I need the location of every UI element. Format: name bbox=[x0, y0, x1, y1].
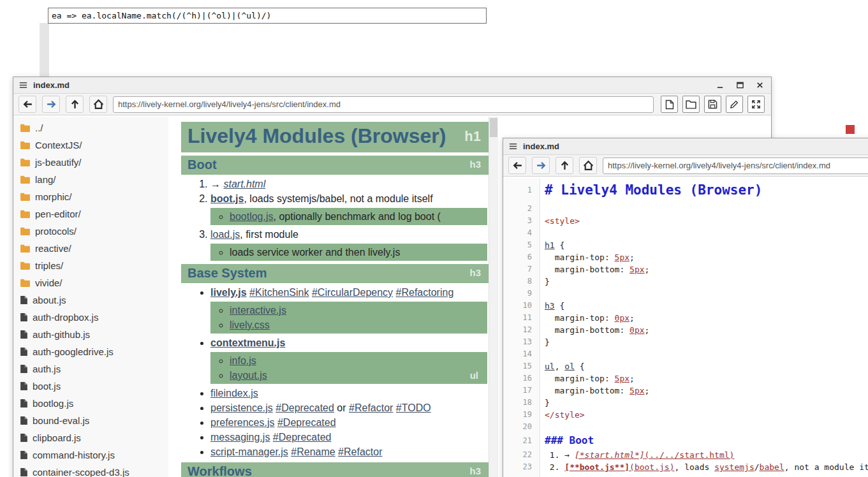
code-line[interactable]: 15ul, ol { bbox=[503, 360, 868, 372]
doc-link[interactable]: bootlog.js bbox=[230, 211, 274, 222]
code-line[interactable]: 1# Lively4 Modules (Browser) bbox=[503, 179, 868, 203]
doc-link[interactable]: #Refactor bbox=[338, 446, 382, 457]
doc-link[interactable]: boot.js bbox=[210, 193, 244, 204]
menu-icon[interactable] bbox=[18, 80, 28, 90]
minimize-button[interactable] bbox=[714, 80, 726, 91]
doc-link[interactable]: #TODO bbox=[396, 402, 431, 413]
home-button[interactable] bbox=[89, 96, 107, 113]
code-line[interactable]: 23 2. [**boot.js**](boot.js), loads syst… bbox=[503, 461, 868, 473]
back-button[interactable] bbox=[508, 157, 526, 174]
doc-link[interactable]: persistence.js bbox=[210, 402, 273, 413]
doc-link[interactable]: #Deprecated bbox=[276, 402, 334, 413]
scrollbar[interactable] bbox=[489, 117, 498, 477]
file-list-item[interactable]: pen-editor/ bbox=[13, 205, 168, 223]
code-line[interactable]: 5h1 { bbox=[503, 239, 868, 251]
scrollbar-thumb[interactable] bbox=[490, 118, 497, 137]
doc-link[interactable]: #Deprecated bbox=[273, 432, 332, 443]
doc-link[interactable]: script-manager.js bbox=[210, 446, 288, 457]
doc-link[interactable]: lively.css bbox=[230, 319, 270, 330]
right-url-field[interactable]: https://lively-kernel.org/lively4/lively… bbox=[603, 158, 868, 174]
new-file-button[interactable] bbox=[661, 96, 678, 113]
home-button[interactable] bbox=[579, 157, 597, 174]
left-window-titlebar[interactable]: index.md bbox=[13, 77, 771, 94]
up-button[interactable] bbox=[555, 157, 573, 174]
doc-link[interactable]: layout.js bbox=[230, 370, 267, 381]
file-list-item[interactable]: morphic/ bbox=[13, 188, 168, 205]
doc-link[interactable]: #Refactoring bbox=[396, 287, 454, 298]
code-line[interactable]: 6 margin-top: 5px; bbox=[503, 251, 868, 263]
left-window-controls bbox=[714, 80, 766, 91]
file-list-item[interactable]: vivide/ bbox=[13, 274, 168, 291]
code-editor[interactable]: 1# Lively4 Modules (Browser)23<style>45h… bbox=[503, 178, 868, 477]
right-window-titlebar[interactable]: index.md bbox=[503, 138, 868, 155]
code-line[interactable]: 4 bbox=[503, 227, 868, 239]
doc-link[interactable]: messaging.js bbox=[210, 432, 270, 443]
file-list-item[interactable]: triples/ bbox=[13, 257, 168, 274]
code-line[interactable]: 12 margin-bottom: 0px; bbox=[503, 324, 868, 336]
edit-button[interactable] bbox=[726, 96, 743, 113]
left-url-field[interactable]: https://lively-kernel.org/lively4/lively… bbox=[113, 96, 654, 113]
doc-link[interactable]: #Deprecated bbox=[277, 417, 336, 428]
menu-icon[interactable] bbox=[508, 142, 518, 151]
code-line[interactable]: 11 margin-top: 0px; bbox=[503, 312, 868, 324]
save-button[interactable] bbox=[704, 96, 721, 113]
code-line[interactable]: 21### Boot bbox=[503, 433, 868, 449]
file-list-item[interactable]: container-scoped-d3.js bbox=[13, 464, 168, 477]
arrow-right-icon bbox=[46, 99, 57, 110]
doc-link[interactable]: load.js bbox=[210, 229, 240, 240]
open-folder-button[interactable] bbox=[682, 96, 700, 113]
maximize-button[interactable] bbox=[733, 80, 746, 91]
file-list-item[interactable]: bootlog.js bbox=[13, 395, 168, 412]
file-list-item[interactable]: about.js bbox=[13, 291, 168, 309]
code-line[interactable]: 16 margin-top: 5px; bbox=[503, 372, 868, 385]
up-button[interactable] bbox=[66, 96, 84, 113]
back-button[interactable] bbox=[18, 96, 36, 113]
file-list-item[interactable]: command-history.js bbox=[13, 446, 168, 464]
file-list-item[interactable]: protocols/ bbox=[13, 223, 168, 240]
code-line[interactable]: 19</style> bbox=[503, 409, 868, 421]
code-line[interactable]: 14 bbox=[503, 348, 868, 360]
line-number: 10 bbox=[503, 300, 540, 312]
code-line[interactable]: 17 margin-bottom: 5px; bbox=[503, 385, 868, 397]
code-line[interactable]: 22 1. → [*start.html*](../../start.html) bbox=[503, 449, 868, 461]
doc-link[interactable]: #Rename bbox=[291, 446, 335, 457]
doc-link[interactable]: info.js bbox=[230, 355, 256, 366]
file-list-item[interactable]: auth.js bbox=[13, 360, 168, 378]
file-list-item[interactable]: bound-eval.js bbox=[13, 412, 168, 429]
doc-link[interactable]: fileindex.js bbox=[210, 388, 258, 399]
code-line[interactable]: 18} bbox=[503, 397, 868, 409]
close-button[interactable] bbox=[753, 80, 766, 91]
forward-button[interactable] bbox=[532, 157, 550, 174]
doc-link[interactable]: interactive.js bbox=[230, 305, 286, 316]
doc-link[interactable]: contextmenu.js bbox=[210, 337, 285, 348]
code-line[interactable]: 9 bbox=[503, 288, 868, 300]
code-line[interactable]: 3<style> bbox=[503, 215, 868, 227]
file-list-item[interactable]: auth-googledrive.js bbox=[13, 343, 168, 360]
file-list-item[interactable]: auth-github.js bbox=[13, 326, 168, 343]
file-list-item[interactable]: auth-dropbox.js bbox=[13, 309, 168, 326]
file-list-item[interactable]: ../ bbox=[13, 119, 168, 136]
doc-link[interactable]: lively.js bbox=[210, 287, 247, 298]
file-list-item[interactable]: clipboard.js bbox=[13, 429, 168, 446]
doc-link[interactable]: preferences.js bbox=[210, 417, 275, 428]
file-list-item[interactable]: lang/ bbox=[13, 171, 168, 188]
code-line[interactable]: 8} bbox=[503, 275, 868, 288]
doc-link[interactable]: #KitchenSink bbox=[249, 287, 309, 298]
fullscreen-button[interactable] bbox=[747, 96, 765, 113]
doc-link[interactable]: #Refactor bbox=[349, 402, 393, 413]
file-list-item[interactable]: ContextJS/ bbox=[13, 136, 168, 154]
code-line[interactable]: 10h3 { bbox=[503, 300, 868, 312]
code-line[interactable]: 7 margin-bottom: 5px; bbox=[503, 263, 868, 275]
line-number: 14 bbox=[503, 348, 540, 360]
code-line[interactable]: 20 bbox=[503, 421, 868, 433]
code-line[interactable]: 13} bbox=[503, 336, 868, 348]
element-filter-input[interactable] bbox=[48, 8, 487, 24]
file-list-item[interactable]: reactive/ bbox=[13, 240, 168, 257]
doc-link[interactable]: #CircularDepency bbox=[312, 287, 393, 298]
file-list-item[interactable]: boot.js bbox=[13, 378, 168, 395]
code-line[interactable]: 2 bbox=[503, 203, 868, 215]
red-indicator[interactable] bbox=[846, 125, 855, 134]
file-list-item[interactable]: js-beautify/ bbox=[13, 154, 168, 171]
forward-button[interactable] bbox=[42, 96, 60, 113]
doc-link[interactable]: start.html bbox=[223, 179, 265, 189]
